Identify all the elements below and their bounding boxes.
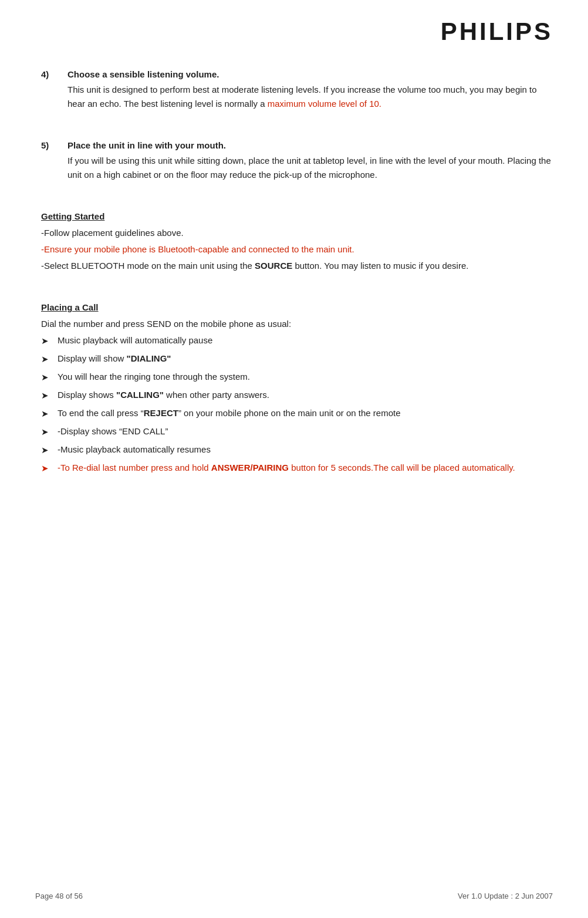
footer-right: Ver 1.0 Update : 2 Jun 2007	[458, 892, 553, 900]
placing-a-call-intro: Dial the number and press SEND on the mo…	[41, 317, 553, 331]
item-4: 4) Choose a sensible listening volume. T…	[41, 69, 553, 111]
arrow-4: ➤	[41, 388, 58, 403]
bullet-5: ➤ To end the call press “REJECT” on your…	[41, 406, 553, 421]
page-container: PHILIPS 4) Choose a sensible listening v…	[0, 0, 588, 918]
arrow-2: ➤	[41, 352, 58, 366]
bullet-3: ➤ You will hear the ringing tone through…	[41, 370, 553, 384]
philips-logo: PHILIPS	[441, 18, 553, 46]
bullet-3-content: You will hear the ringing tone through t…	[58, 370, 553, 384]
arrow-7: ➤	[41, 443, 58, 457]
bullet-1: ➤ Music playback will automatically paus…	[41, 333, 553, 348]
arrow-6: ➤	[41, 424, 58, 439]
placing-a-call-heading: Placing a Call	[41, 302, 553, 312]
item-4-number: 4)	[41, 69, 67, 111]
arrow-8: ➤	[41, 461, 58, 475]
bullet-1-content: Music playback will automatically pause	[58, 333, 553, 347]
bullet-4-content: Display shows "CALLING" when other party…	[58, 388, 553, 402]
getting-started-section: Getting Started -Follow placement guidel…	[41, 211, 553, 273]
arrow-3: ➤	[41, 370, 58, 384]
footer-left: Page 48 of 56	[35, 892, 83, 900]
item-4-content: Choose a sensible listening volume. This…	[67, 69, 553, 111]
item-5-title: Place the unit in line with your mouth.	[67, 140, 553, 150]
item-5: 5) Place the unit in line with your mout…	[41, 140, 553, 182]
spacer-1	[41, 117, 553, 140]
bullet-8: ➤ -To Re-dial last number press and hold…	[41, 461, 553, 475]
item-4-body: This unit is designed to perform best at…	[67, 83, 553, 111]
bullet-4: ➤ Display shows "CALLING" when other par…	[41, 388, 553, 403]
bullet-6: ➤ -Display shows “END CALL”	[41, 424, 553, 439]
calling-bold: "CALLING"	[116, 390, 164, 400]
header: PHILIPS	[35, 18, 553, 46]
item-5-body: If you will be using this unit while sit…	[67, 154, 553, 182]
content-body: 4) Choose a sensible listening volume. T…	[35, 69, 553, 475]
bullet-2-content: Display will show "DIALING"	[58, 352, 553, 366]
bullet-7: ➤ -Music playback automatically resumes	[41, 443, 553, 457]
bullet-5-content: To end the call press “REJECT” on your m…	[58, 406, 553, 420]
placing-a-call-section: Placing a Call Dial the number and press…	[41, 302, 553, 475]
bullet-list: ➤ Music playback will automatically paus…	[41, 333, 553, 475]
bullet-8-content: -To Re-dial last number press and hold A…	[58, 461, 553, 475]
dialing-bold: "DIALING"	[127, 353, 171, 363]
reject-bold: REJECT	[144, 408, 178, 418]
item-4-title: Choose a sensible listening volume.	[67, 69, 553, 79]
bullet-7-content: -Music playback automatically resumes	[58, 443, 553, 457]
spacer-2	[41, 188, 553, 211]
arrow-1: ➤	[41, 333, 58, 348]
item-4-red-text: maximum volume level of 10.	[268, 99, 381, 109]
footer: Page 48 of 56 Ver 1.0 Update : 2 Jun 200…	[35, 892, 553, 900]
arrow-5: ➤	[41, 406, 58, 421]
getting-started-line-3: -Select BLUETOOTH mode on the main unit …	[41, 259, 553, 273]
bullet-2: ➤ Display will show "DIALING"	[41, 352, 553, 366]
item-5-content: Place the unit in line with your mouth. …	[67, 140, 553, 182]
answer-pairing-bold: ANSWER/PAIRING	[211, 463, 289, 473]
spacer-3	[41, 291, 553, 302]
bullet-6-content: -Display shows “END CALL”	[58, 424, 553, 438]
getting-started-heading: Getting Started	[41, 211, 553, 221]
item-5-number: 5)	[41, 140, 67, 182]
getting-started-line-1: -Follow placement guidelines above.	[41, 226, 553, 240]
source-bold: SOURCE	[255, 261, 292, 271]
getting-started-line-2: -Ensure your mobile phone is Bluetooth-c…	[41, 242, 553, 256]
